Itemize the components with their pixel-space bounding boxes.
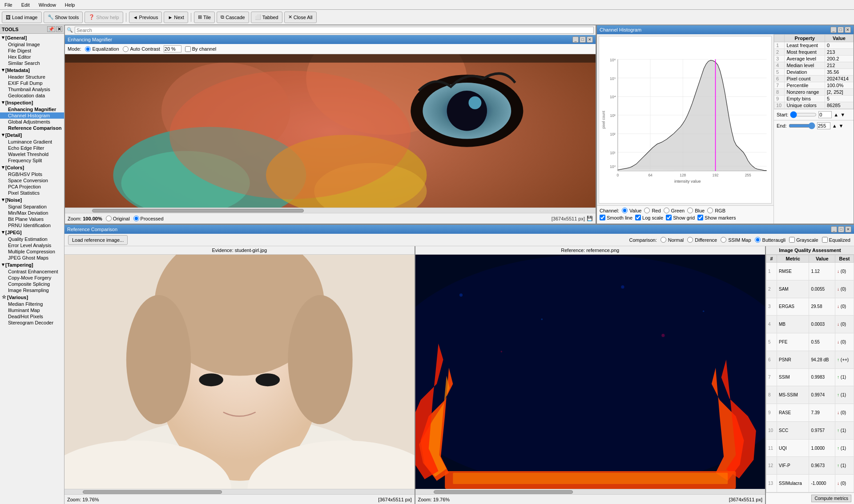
- menu-help[interactable]: Help: [62, 1, 78, 8]
- close-all-button[interactable]: ✕ Close All: [284, 12, 317, 23]
- ref-maximize-button[interactable]: □: [838, 226, 844, 232]
- equalized-checkbox[interactable]: [822, 237, 828, 243]
- ref-minimize-button[interactable]: _: [831, 226, 837, 232]
- menu-edit[interactable]: Edit: [19, 1, 32, 8]
- sidebar-item-geolocation-data[interactable]: Geolocation data: [0, 92, 64, 99]
- original-option[interactable]: Original: [106, 216, 130, 221]
- grayscale-option[interactable]: Grayscale: [789, 237, 818, 243]
- sidebar-item-frequency-split[interactable]: Frequency Split: [0, 157, 64, 164]
- compute-metrics-button[interactable]: Compute metrics: [811, 495, 851, 502]
- sidebar-item-contrast-enhancement[interactable]: Contrast Enhancement: [0, 268, 64, 275]
- sidebar-item-exif-full-dump[interactable]: EXIF Full Dump: [0, 80, 64, 86]
- sidebar-item-channel-histogram[interactable]: Channel Histogram: [0, 112, 64, 119]
- sidebar-item-header-structure[interactable]: Header Structure: [0, 74, 64, 80]
- channel-green-radio[interactable]: [664, 208, 669, 213]
- show-markers-checkbox[interactable]: [697, 215, 703, 220]
- sidebar-item-reference-comparison[interactable]: Reference Comparison: [0, 125, 64, 131]
- sidebar-item-illuminant-map[interactable]: Illuminant Map: [0, 307, 64, 313]
- show-markers-option[interactable]: Show markers: [697, 215, 736, 220]
- end-range-slider[interactable]: [789, 122, 815, 129]
- maximize-button[interactable]: □: [580, 36, 586, 43]
- sidebar-item-echo-edge-filter[interactable]: Echo Edge Filter: [0, 145, 64, 151]
- sidebar-item-enhancing-magnifier[interactable]: Enhancing Magnifier: [0, 106, 64, 112]
- sidebar-item-error-level-analysis[interactable]: Error Level Analysis: [0, 242, 64, 248]
- sidebar-item-quality-estimation[interactable]: Quality Estimation: [0, 236, 64, 242]
- sidebar-item-median-filtering[interactable]: Median Filtering: [0, 301, 64, 307]
- mode-equalization-radio[interactable]: [85, 46, 91, 52]
- end-value-input[interactable]: [817, 122, 830, 129]
- comparison-difference-radio[interactable]: [687, 237, 693, 243]
- channel-green-option[interactable]: Green: [664, 208, 685, 213]
- sidebar-item-pca-projection[interactable]: PCA Projection: [0, 184, 64, 190]
- channel-red-option[interactable]: Red: [644, 208, 661, 213]
- cascade-button[interactable]: ⧉ Cascade: [217, 12, 249, 23]
- sidebar-section-colors[interactable]: ▾ [Colors]: [0, 164, 64, 171]
- next-button[interactable]: ► Next: [164, 12, 188, 23]
- scrollbar-thumb[interactable]: [92, 209, 304, 212]
- sidebar-section-general[interactable]: ▾ [General]: [0, 34, 64, 41]
- mode-value-input[interactable]: [164, 45, 181, 52]
- comparison-butteraugli-option[interactable]: Butteraugli: [755, 237, 786, 243]
- sidebar-item-jpeg-ghost-maps[interactable]: JPEG Ghost Maps: [0, 255, 64, 261]
- start-value-input[interactable]: [818, 111, 832, 118]
- smooth-line-option[interactable]: Smooth line: [600, 215, 632, 220]
- channel-red-radio[interactable]: [644, 208, 650, 213]
- sidebar-item-copy-move-forgery[interactable]: Copy-Move Forgery: [0, 275, 64, 281]
- save-icon[interactable]: 💾: [587, 216, 593, 221]
- mode-auto-contrast-option[interactable]: Auto Contrast: [123, 46, 160, 52]
- sidebar-item-bit-plane-values[interactable]: Bit Plane Values: [0, 216, 64, 222]
- sidebar-item-signal-separation[interactable]: Signal Separation: [0, 204, 64, 210]
- sidebar-section-various[interactable]: ☆ [Various]: [0, 293, 64, 301]
- reference-h-scrollbar[interactable]: [415, 489, 765, 494]
- sidebar-pin[interactable]: 📌: [47, 26, 55, 32]
- comparison-butteraugli-radio[interactable]: [755, 237, 761, 243]
- sidebar-item-image-resampling[interactable]: Image Resampling: [0, 287, 64, 293]
- sidebar-section-tampering[interactable]: ▾ [Tampering]: [0, 261, 64, 268]
- sidebar-item-space-conversion[interactable]: Space Conversion: [0, 177, 64, 184]
- hist-close-button[interactable]: ✕: [845, 27, 851, 33]
- sidebar-item-original-image[interactable]: Original Image: [0, 41, 64, 48]
- channel-blue-radio[interactable]: [687, 208, 693, 213]
- show-tools-button[interactable]: 🔧 Show tools: [44, 12, 83, 23]
- sidebar-item-file-digest[interactable]: File Digest: [0, 48, 64, 54]
- minimize-button[interactable]: _: [572, 36, 579, 43]
- sidebar-section-detail[interactable]: ▾ [Detail]: [0, 131, 64, 139]
- channel-rgb-option[interactable]: RGB: [707, 208, 725, 213]
- sidebar-item-rgb-hsv-plots[interactable]: RGB/HSV Plots: [0, 171, 64, 177]
- evidence-h-scrollbar[interactable]: [64, 489, 415, 494]
- show-grid-checkbox[interactable]: [666, 215, 672, 220]
- mode-equalization-option[interactable]: Equalization: [85, 46, 119, 52]
- menu-file[interactable]: File: [2, 1, 15, 8]
- equalized-option[interactable]: Equalized: [822, 237, 850, 243]
- sidebar-item-multiple-compression[interactable]: Multiple Compression: [0, 248, 64, 255]
- sidebar-item-pixel-statistics[interactable]: Pixel Statistics: [0, 190, 64, 196]
- load-image-button[interactable]: 🖼 Load image: [2, 12, 42, 23]
- close-panel-button[interactable]: ✕: [587, 36, 593, 43]
- sidebar-item-global-adjustments[interactable]: Global Adjustments: [0, 119, 64, 125]
- processed-option[interactable]: Processed: [133, 216, 164, 221]
- channel-value-radio[interactable]: [622, 208, 628, 213]
- comparison-difference-option[interactable]: Difference: [687, 237, 717, 243]
- horizontal-scrollbar[interactable]: [65, 208, 596, 213]
- log-scale-option[interactable]: Log scale: [635, 215, 663, 220]
- sidebar-section-inspection[interactable]: ▾ [Inspection]: [0, 99, 64, 106]
- smooth-line-checkbox[interactable]: [600, 215, 605, 220]
- sidebar-section-jpeg[interactable]: ▾ [JPEG]: [0, 228, 64, 236]
- sidebar-item-composite-splicing[interactable]: Composite Splicing: [0, 281, 64, 287]
- evidence-scrollbar-thumb[interactable]: [83, 490, 222, 494]
- grayscale-checkbox[interactable]: [789, 237, 795, 243]
- search-input[interactable]: [75, 27, 594, 34]
- tile-button[interactable]: ⊞ Tile: [194, 12, 215, 23]
- comparison-ssim-radio[interactable]: [721, 237, 726, 243]
- by-channel-checkbox[interactable]: [185, 46, 191, 52]
- sidebar-item-minmax-deviation[interactable]: Min/Max Deviation: [0, 210, 64, 216]
- sidebar-item-stereogram-decoder[interactable]: Stereogram Decoder: [0, 320, 64, 326]
- hist-maximize-button[interactable]: □: [838, 27, 844, 33]
- comparison-normal-radio[interactable]: [661, 237, 666, 243]
- sidebar-item-similar-search[interactable]: Similar Search: [0, 60, 64, 66]
- processed-radio[interactable]: [133, 216, 139, 221]
- by-channel-option[interactable]: By channel: [185, 46, 216, 52]
- sidebar-section-metadata[interactable]: ▾ [Metadata]: [0, 66, 64, 74]
- show-help-button[interactable]: ❓ Show help: [85, 12, 123, 23]
- channel-blue-option[interactable]: Blue: [687, 208, 705, 213]
